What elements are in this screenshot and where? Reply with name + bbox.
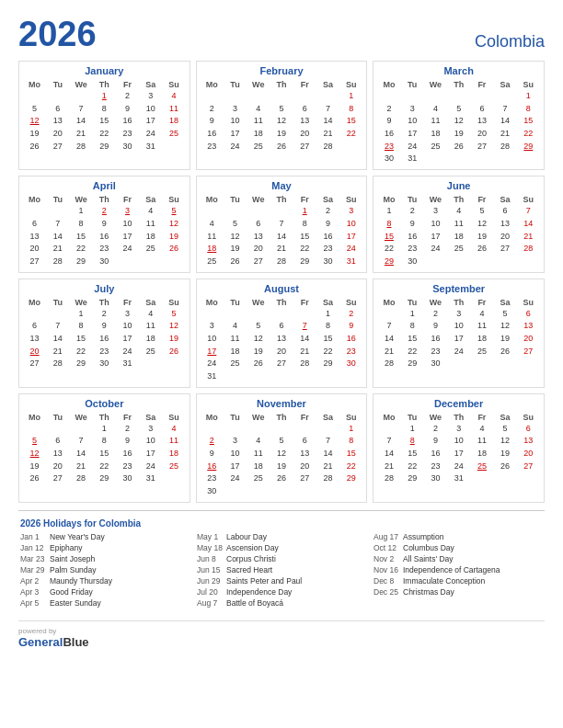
cal-day: 9	[201, 115, 224, 128]
cal-day: 22	[339, 461, 362, 473]
holiday-item: Jun 15Sacred Heart	[197, 565, 366, 574]
cal-day	[139, 358, 162, 370]
brand: GeneralBlue	[18, 635, 89, 649]
cal-day: 24	[224, 472, 247, 485]
cal-day: 18	[447, 231, 470, 244]
cal-day: 3	[116, 308, 139, 321]
holiday-column: Aug 17AssumptionOct 12Columbus DayNov 2A…	[373, 532, 543, 609]
cal-day	[293, 423, 316, 436]
cal-day: 6	[270, 320, 293, 333]
day-header: We	[69, 194, 92, 205]
cal-day: 25	[447, 243, 470, 256]
cal-day: 18	[139, 333, 162, 346]
cal-day: 22	[339, 128, 362, 141]
holiday-item: Apr 2Maundy Thursday	[20, 576, 190, 586]
cal-day: 19	[23, 128, 46, 141]
cal-day: 20	[46, 128, 69, 141]
day-header: Sa	[139, 297, 162, 308]
cal-day	[517, 472, 540, 485]
cal-day	[293, 485, 316, 498]
cal-day: 29	[69, 256, 92, 268]
cal-day: 16	[339, 333, 362, 346]
day-header: Th	[93, 412, 116, 423]
cal-day	[470, 90, 493, 103]
cal-day: 26	[162, 346, 185, 358]
cal-day	[46, 423, 69, 436]
cal-day	[201, 423, 224, 436]
cal-day: 9	[424, 320, 447, 333]
cal-day: 11	[162, 435, 185, 448]
cal-day: 4	[139, 308, 162, 321]
cal-day	[224, 485, 247, 498]
cal-day: 13	[270, 333, 293, 346]
cal-day: 7	[270, 218, 293, 231]
cal-table: MoTuWeThFrSaSu12345678910111213141516171…	[23, 79, 186, 153]
cal-day	[470, 256, 493, 268]
cal-day: 15	[93, 448, 116, 461]
cal-day: 11	[470, 320, 493, 333]
cal-day: 25	[139, 346, 162, 358]
day-header: Tu	[46, 79, 69, 90]
cal-day	[46, 90, 69, 103]
day-header: Mo	[201, 194, 224, 205]
cal-day: 20	[23, 346, 46, 358]
month-title: July	[23, 283, 186, 294]
holiday-date: Aug 17	[373, 532, 399, 541]
cal-day: 18	[162, 115, 185, 128]
cal-day: 20	[23, 243, 46, 256]
cal-day: 17	[401, 128, 424, 141]
day-header: Mo	[201, 79, 224, 90]
day-header: Sa	[316, 194, 339, 205]
cal-day: 30	[93, 358, 116, 370]
cal-day: 10	[447, 435, 470, 448]
cal-day	[494, 153, 517, 165]
cal-day: 5	[23, 435, 46, 448]
day-header: Sa	[316, 412, 339, 423]
cal-day: 28	[46, 256, 69, 268]
holiday-item: Mar 23Saint Joseph	[20, 554, 190, 563]
cal-day: 10	[339, 218, 362, 231]
cal-table: MoTuWeThFrSaSu12345678910111213141516171…	[23, 194, 186, 267]
cal-day: 14	[377, 333, 400, 346]
cal-day: 5	[494, 308, 517, 321]
cal-day: 8	[316, 320, 339, 333]
cal-day: 2	[377, 103, 400, 116]
cal-day: 5	[162, 205, 185, 218]
holiday-date: Dec 25	[373, 587, 399, 597]
cal-day: 1	[401, 423, 424, 436]
cal-day	[247, 485, 270, 498]
holidays-grid: Jan 1New Year's DayJan 12EpiphanyMar 23S…	[20, 532, 543, 609]
cal-day: 4	[470, 308, 493, 321]
holiday-item: Apr 5Easter Sunday	[20, 598, 190, 608]
cal-day	[162, 141, 185, 154]
month-block-december: DecemberMoTuWeThFrSaSu123456789101112131…	[373, 393, 545, 503]
holiday-date: May 1	[197, 532, 223, 541]
cal-day: 17	[424, 231, 447, 244]
cal-day: 18	[470, 333, 493, 346]
cal-day: 8	[401, 320, 424, 333]
cal-day: 3	[201, 320, 224, 333]
header: 2026 Colombia	[18, 17, 545, 51]
cal-day: 15	[316, 333, 339, 346]
cal-day: 21	[46, 243, 69, 256]
month-block-september: SeptemberMoTuWeThFrSaSu12345678910111213…	[373, 279, 545, 388]
cal-day: 20	[470, 128, 493, 141]
cal-day: 31	[339, 256, 362, 268]
holiday-item: Oct 12Columbus Day	[373, 543, 543, 552]
cal-day: 12	[494, 320, 517, 333]
cal-day	[23, 90, 46, 103]
cal-day	[293, 308, 316, 321]
day-header: We	[247, 79, 270, 90]
cal-day: 2	[316, 205, 339, 218]
cal-day	[270, 308, 293, 321]
cal-day: 1	[93, 423, 116, 436]
cal-day: 14	[316, 115, 339, 128]
cal-day: 18	[162, 448, 185, 461]
cal-day: 19	[470, 231, 493, 244]
cal-day: 3	[116, 205, 139, 218]
cal-day: 1	[69, 205, 92, 218]
cal-day: 2	[401, 205, 424, 218]
cal-day: 16	[116, 115, 139, 128]
cal-day: 29	[339, 472, 362, 485]
cal-day: 21	[69, 128, 92, 141]
